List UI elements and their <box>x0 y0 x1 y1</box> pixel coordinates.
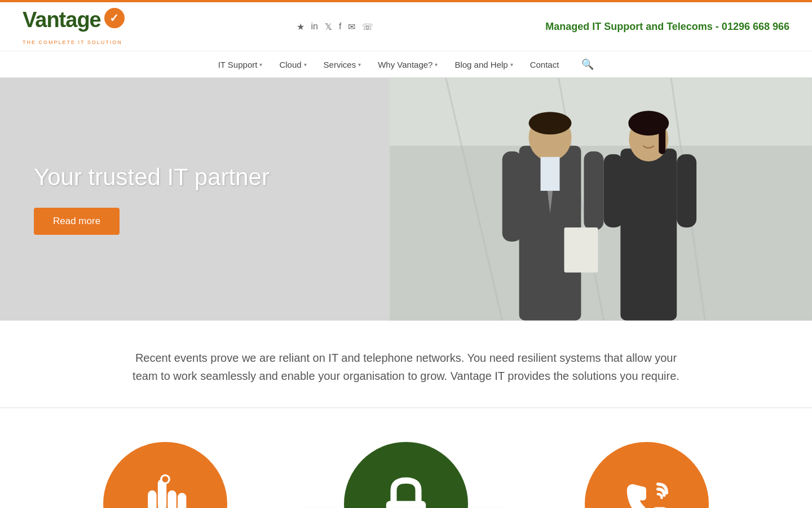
touch-icon <box>134 473 196 508</box>
icon-item-lock <box>344 442 468 508</box>
hero-right <box>390 78 812 321</box>
nav-arrow-why-vantage: ▾ <box>435 62 438 68</box>
contact-info: Managed IT Support and Telecoms - 01296 … <box>545 21 789 33</box>
facebook-icon[interactable]: f <box>339 21 341 32</box>
nav-item-cloud[interactable]: Cloud ▾ <box>279 60 306 69</box>
email-icon[interactable]: ✉ <box>348 21 355 32</box>
nav-label-services: Services <box>324 60 356 69</box>
logo-checkmark-icon <box>104 8 125 28</box>
nav-label-it-support: IT Support <box>218 60 258 69</box>
svg-rect-9 <box>541 157 560 191</box>
nav-arrow-blog-help: ▾ <box>510 62 513 68</box>
logo-area[interactable]: Vantage THE COMPLETE IT SOLUTION <box>23 8 125 45</box>
phone-icon[interactable]: ☏ <box>362 21 373 32</box>
svg-rect-21 <box>168 491 176 508</box>
icon-item-touch <box>103 442 227 508</box>
nav-label-cloud: Cloud <box>279 60 301 69</box>
read-more-button[interactable]: Read more <box>34 208 120 235</box>
description-text: Recent events prove we are reliant on IT… <box>124 349 688 385</box>
nav-item-contact[interactable]: Contact <box>530 60 559 69</box>
nav-item-blog-help[interactable]: Blog and Help ▾ <box>454 60 513 69</box>
nav-arrow-services: ▾ <box>358 62 361 68</box>
icons-section: × “Reassuring to know you have the Vanta… <box>0 408 812 508</box>
nav-item-why-vantage[interactable]: Why Vantage? ▾ <box>378 60 438 69</box>
svg-rect-17 <box>604 154 624 227</box>
phone-call-icon <box>616 473 678 508</box>
hero-section: Your trusted IT partner Read more <box>0 78 812 321</box>
svg-rect-20 <box>148 491 157 508</box>
svg-point-7 <box>529 112 572 134</box>
svg-rect-10 <box>502 151 522 242</box>
svg-rect-16 <box>659 120 665 154</box>
nav-item-services[interactable]: Services ▾ <box>324 60 361 69</box>
phone-icon-circle <box>585 442 709 508</box>
rss-icon[interactable]: ★ <box>297 21 304 32</box>
social-icons: ★ in 𝕏 f ✉ ☏ <box>297 21 374 32</box>
description-section: Recent events prove we are reliant on IT… <box>0 321 812 408</box>
svg-rect-22 <box>178 493 186 508</box>
icon-item-phone <box>585 442 709 508</box>
svg-point-25 <box>162 476 169 483</box>
nav-arrow-cloud: ▾ <box>304 62 307 68</box>
nav-arrow-it-support: ▾ <box>259 62 262 68</box>
search-icon[interactable]: 🔍 <box>581 58 594 71</box>
hero-title: Your trusted IT partner <box>34 164 270 191</box>
lock-icon <box>375 473 437 508</box>
nav-label-why-vantage: Why Vantage? <box>378 60 433 69</box>
hero-image <box>390 78 812 321</box>
svg-rect-13 <box>621 148 677 321</box>
linkedin-icon[interactable]: in <box>311 21 318 32</box>
twitter-icon[interactable]: 𝕏 <box>325 21 332 32</box>
nav-item-it-support[interactable]: IT Support ▾ <box>218 60 263 69</box>
lock-icon-circle <box>344 442 468 508</box>
touch-icon-circle <box>103 442 227 508</box>
svg-rect-11 <box>584 151 604 230</box>
hero-left: Your trusted IT partner Read more <box>0 78 390 321</box>
logo-tagline: THE COMPLETE IT SOLUTION <box>23 40 125 45</box>
nav-label-blog-help: Blog and Help <box>454 60 508 69</box>
logo-text: Vantage <box>23 8 101 32</box>
svg-rect-18 <box>677 154 696 227</box>
main-nav: IT Support ▾ Cloud ▾ Services ▾ Why Vant… <box>0 51 812 78</box>
nav-label-contact: Contact <box>530 60 559 69</box>
header: Vantage THE COMPLETE IT SOLUTION ★ in 𝕏 … <box>0 2 812 51</box>
svg-rect-12 <box>564 227 598 273</box>
